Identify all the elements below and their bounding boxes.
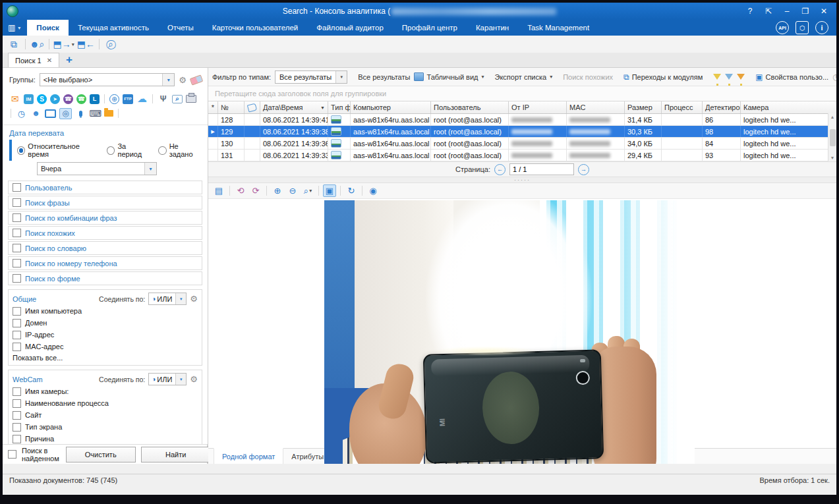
- camera-column-header[interactable]: Камера: [741, 101, 836, 113]
- webcam-screen-type[interactable]: Тип экрана: [13, 421, 198, 433]
- export-folder-icon[interactable]: ⬒→▾: [53, 38, 74, 51]
- checkbox[interactable]: [13, 213, 21, 222]
- checkbox[interactable]: [13, 198, 21, 207]
- cascade-windows-icon[interactable]: ⧉: [7, 38, 21, 51]
- checkbox[interactable]: [13, 183, 21, 192]
- funnel-icon[interactable]: [713, 74, 721, 80]
- view-eye-icon[interactable]: ◉: [366, 184, 380, 197]
- checkbox[interactable]: [13, 399, 21, 408]
- gear-icon[interactable]: ⚙: [179, 75, 187, 85]
- rotate-right-icon[interactable]: ⟳: [249, 184, 262, 197]
- table-scrollbar[interactable]: ▲ ▼: [828, 113, 836, 161]
- find-button[interactable]: Найти: [141, 447, 211, 462]
- checkbox[interactable]: [13, 244, 21, 252]
- join-by-select[interactable]: ◑ ИЛИ ▾: [148, 293, 187, 305]
- add-tab-button[interactable]: +: [66, 53, 72, 67]
- clock-icon[interactable]: [16, 109, 27, 119]
- gear-icon[interactable]: ⚙: [190, 294, 198, 304]
- scroll-down-icon[interactable]: ▼: [830, 155, 835, 160]
- common-domain[interactable]: Домен: [13, 317, 198, 329]
- checkbox[interactable]: [13, 259, 21, 267]
- computer-column-header[interactable]: Компьютер: [351, 101, 431, 113]
- join-by-select[interactable]: ◑ ИЛИ ▾: [148, 373, 187, 385]
- im-icon[interactable]: [24, 94, 34, 104]
- radio-relative-time[interactable]: Относительное время: [17, 142, 99, 158]
- funnel-clear-icon[interactable]: [725, 74, 733, 80]
- period-select[interactable]: Вчера ▾: [37, 162, 157, 175]
- scroll-up-icon[interactable]: ▲: [830, 115, 835, 119]
- clear-button[interactable]: Очистить: [66, 447, 136, 462]
- search-similar-button[interactable]: Поиск похожих: [563, 73, 613, 81]
- menu-tab-quarantine[interactable]: Карантин: [467, 20, 518, 36]
- api-icon[interactable]: API: [776, 21, 789, 34]
- checkbox[interactable]: [13, 307, 21, 316]
- filter-phrase[interactable]: Поиск фразы: [8, 196, 202, 210]
- user-search-icon[interactable]: ☻⌕: [30, 38, 45, 51]
- info-icon[interactable]: i: [815, 21, 828, 34]
- marker-column-header[interactable]: *: [208, 101, 218, 113]
- checkbox[interactable]: [13, 435, 21, 443]
- datetime-column-header[interactable]: Дата\Время▼: [260, 101, 328, 113]
- checkbox[interactable]: [13, 331, 21, 339]
- menu-tab-current-activity[interactable]: Текущая активность: [69, 20, 158, 36]
- type-column-header[interactable]: Тип фа: [328, 101, 351, 113]
- webcam-reason[interactable]: Причина: [13, 433, 198, 445]
- num-column-header[interactable]: №: [218, 101, 245, 113]
- cloud-icon[interactable]: [136, 94, 148, 104]
- table-row[interactable]: 130 08.06.2021 14:39:36 aas-w81x64ru.aas…: [208, 138, 836, 150]
- webcam-site[interactable]: Сайт: [13, 409, 198, 421]
- common-mac[interactable]: MAC-адрес: [13, 341, 198, 352]
- menu-tab-task-management[interactable]: Task Management: [518, 20, 598, 36]
- next-page-button[interactable]: →: [578, 164, 589, 175]
- detected-column-header[interactable]: Детектирова: [703, 101, 741, 113]
- import-folder-icon[interactable]: ⬒←: [77, 38, 95, 51]
- refresh-icon[interactable]: ↻: [345, 184, 358, 197]
- printer-icon[interactable]: [186, 95, 196, 103]
- table-row[interactable]: 129 08.06.2021 14:39:38 aas-w81x64ru.aas…: [208, 126, 836, 138]
- checkbox[interactable]: [13, 274, 21, 283]
- size-column-header[interactable]: Размер: [625, 101, 662, 113]
- close-tab-icon[interactable]: ✕: [47, 57, 52, 64]
- filter-user[interactable]: Пользователь: [8, 181, 202, 194]
- common-ip[interactable]: IP-адрес: [13, 329, 198, 341]
- export-list-button[interactable]: Экспорт списка▾: [495, 73, 553, 81]
- usb-icon[interactable]: [158, 94, 169, 104]
- tag-column-header[interactable]: [245, 101, 260, 113]
- checkbox[interactable]: [13, 411, 21, 420]
- files-icon[interactable]: [104, 110, 113, 117]
- filter-dictionary[interactable]: Поиск по словарю: [8, 241, 202, 255]
- keylogger-icon[interactable]: [90, 109, 101, 119]
- funnel-edit-icon[interactable]: [737, 74, 745, 80]
- tab-native-format[interactable]: Родной формат: [214, 448, 283, 464]
- eraser-icon[interactable]: [190, 74, 204, 85]
- monitor-icon[interactable]: [45, 109, 56, 118]
- webcam-process-name[interactable]: Наименование процесса: [13, 397, 198, 409]
- type-filter-select[interactable]: Все результаты ▾: [275, 70, 347, 84]
- search-by-id-icon[interactable]: ⌕⃝: [103, 38, 118, 51]
- checkbox[interactable]: [13, 319, 21, 327]
- table-view-button[interactable]: Табличный вид▾: [414, 72, 484, 81]
- table-row[interactable]: 131 08.06.2021 14:39:33 aas-w81x64ru.aas…: [208, 150, 836, 161]
- user-activity-icon[interactable]: [30, 109, 42, 119]
- telegram-icon[interactable]: [50, 94, 60, 104]
- ftp-icon[interactable]: [123, 94, 133, 104]
- viber-icon[interactable]: [63, 94, 73, 104]
- page-number-input[interactable]: [509, 163, 574, 175]
- http-icon[interactable]: [109, 94, 119, 104]
- all-results-button[interactable]: Все результаты: [358, 73, 410, 81]
- help-button[interactable]: ?: [741, 5, 759, 18]
- tab-search-1[interactable]: Поиск 1 ✕: [8, 53, 59, 67]
- device-search-icon[interactable]: [172, 95, 183, 103]
- message-history-button[interactable]: ◷История переписки: [832, 72, 836, 82]
- menu-tab-reports[interactable]: Отчеты: [158, 20, 203, 36]
- rotate-left-icon[interactable]: ⟲: [234, 184, 247, 197]
- checkbox[interactable]: [13, 423, 21, 432]
- close-button[interactable]: ✕: [815, 5, 832, 18]
- table-row[interactable]: 128 08.06.2021 14:39:41 aas-w81x64ru.aas…: [208, 114, 836, 126]
- filter-form[interactable]: Поиск по форме: [8, 271, 202, 285]
- user-properties-button[interactable]: ▣Свойства пользо...: [755, 72, 828, 82]
- microphone-icon[interactable]: [75, 109, 86, 119]
- mac-column-header[interactable]: MAC: [567, 101, 625, 113]
- whatsapp-icon[interactable]: [76, 94, 86, 104]
- package-icon[interactable]: ⬡: [796, 21, 809, 34]
